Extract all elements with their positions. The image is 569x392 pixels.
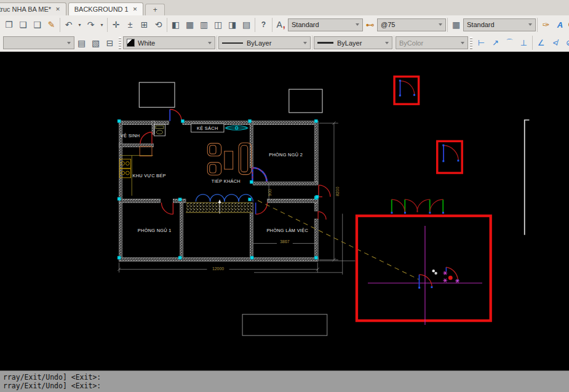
annotation-scale-icon[interactable]: A [553,17,567,32]
linetype-value: ByLayer [247,39,301,47]
layer-select[interactable] [3,36,74,49]
separator [60,18,60,32]
zoom-previous-icon[interactable]: ⟲ [151,17,165,32]
separator [537,18,538,32]
match-properties-icon[interactable]: ✑ [539,17,553,32]
tool-palettes-icon[interactable]: ▥ [197,17,211,32]
dim-linear-icon[interactable]: ⊢ [474,36,488,50]
living-room-furniture [207,143,251,175]
chevron-down-icon [528,23,532,26]
toolbar-grip[interactable] [470,37,472,49]
chevron-down-icon [303,42,307,44]
text-style-accent: , [283,20,285,30]
color-select[interactable]: White [123,36,215,49]
command-prompt-line[interactable]: rray/Exit/Undo] <Exit>: [3,382,566,390]
tab-label: n truc NHA BA ME* [0,6,51,13]
toolbar-grip[interactable] [119,37,121,49]
kitchen-fixtures [119,146,153,196]
linetype-select[interactable]: ByLayer [218,36,311,49]
tab-background-1[interactable]: BACKGROUND 1 ✕ [68,2,144,15]
properties-toolbar: ▤ ▧ ⊟ White ByLayer ByLayer ByColor ⊢ ↗ … [0,34,569,52]
crosshair [368,226,482,325]
chevron-down-icon [461,42,464,44]
copy-base-icon[interactable]: ❑ [30,17,44,32]
chevron-down-icon [439,23,442,26]
text-style-glyph: A [276,20,282,30]
edit-icon[interactable]: ✎ [44,17,58,32]
command-line[interactable]: rray/Exit/Undo] <Exit>: rray/Exit/Undo] … [0,370,569,392]
properties-icon[interactable]: ◧ [169,17,183,32]
dim-arc-length-icon[interactable]: ⌒ [503,36,517,50]
new-tab-button[interactable]: + [145,4,165,15]
file-tab-bar: n truc NHA BA ME* ✕ BACKGROUND 1 ✕ + [0,0,569,16]
bottom-partial-rectangle [242,314,327,335]
table-style-value: Standard [467,21,526,28]
redo-icon[interactable]: ↷ [84,17,98,32]
dim-style-tool-icon[interactable]: ⊷ [363,17,377,32]
standard-toolbar: ❐ ❏ ❑ ✎ ↶ ▾ ↷ ▾ ✛ ± ⊞ ⟲ ◧ ▦ ▥ ◫ ◨ ▤ ? A,… [0,15,569,34]
door-block-2[interactable] [442,145,459,162]
chevron-down-icon [208,42,212,44]
layer-previous-icon[interactable]: ⊟ [103,36,117,50]
selected-door[interactable] [252,167,266,182]
selection-grips[interactable] [117,119,319,259]
color-value: White [138,39,205,47]
close-icon[interactable]: ✕ [133,6,138,12]
text-style-select[interactable]: @75 [377,18,446,31]
table-icon[interactable]: ▦ [449,17,463,32]
room-label-khu-vuc-bep: KHU VỰC BẾP [133,172,166,178]
undo-dropdown-icon[interactable]: ▾ [76,17,84,32]
room-label-phong-lam-viec: PHÒNG LÀM VIỆC [266,228,308,233]
plot-style-select[interactable]: ByColor [396,36,468,49]
separator [447,18,448,32]
threshold-hatch-band [186,199,252,214]
annotation-glyph: A [557,20,563,30]
zoom-window-icon[interactable]: ⊞ [137,17,151,32]
calculator-icon[interactable]: ▤ [239,17,253,32]
room-label-ve-sinh: VỆ SINH [121,133,140,138]
undo-icon[interactable]: ↶ [62,17,76,32]
tab-nha-ba-me[interactable]: n truc NHA BA ME* ✕ [0,2,66,15]
text-style-icon[interactable]: A, [274,17,288,32]
dim-jogged-icon[interactable]: ≮ [548,36,562,50]
markup-icon[interactable]: ◨ [225,17,239,32]
zoom-realtime-icon[interactable]: ± [123,17,137,32]
chevron-down-icon [67,42,71,44]
outline-rectangles [139,82,322,113]
drawing-canvas[interactable]: KỆ SÁCH [0,52,569,370]
dim-style-select[interactable]: Standard [288,18,363,31]
dim-ordinate-icon[interactable]: ⊥ [517,36,531,50]
right-frame-edge [525,120,530,235]
floor-plan-svg[interactable]: KỆ SÁCH [0,52,569,370]
dim-aligned-icon[interactable]: ↗ [488,36,503,50]
close-icon[interactable]: ✕ [55,6,60,12]
copy-icon[interactable]: ❐ [2,17,16,32]
table-style-select[interactable]: Standard [463,18,536,31]
command-history-line: rray/Exit/Undo] <Exit>: [3,373,566,382]
lineweight-sample-icon [317,42,333,44]
point-markers [432,270,459,283]
chevron-down-icon [356,23,359,26]
pan-icon[interactable]: ✛ [109,17,123,32]
dim-diameter-icon[interactable]: ⊘ [562,36,569,50]
redo-dropdown-icon[interactable]: ▾ [98,17,106,32]
separator [107,18,108,32]
layer-make-current-icon[interactable]: ▧ [89,36,103,50]
dim-overall-height: 8200 [335,186,340,196]
separator [255,18,255,32]
help-icon[interactable]: ? [257,17,271,32]
dim-door-width: 900 [268,189,272,196]
lineweight-select[interactable]: ByLayer [314,36,392,49]
room-label-tiep-khach: TIẾP KHÁCH [212,178,241,184]
sheet-set-icon[interactable]: ◫ [211,17,225,32]
layer-properties-icon[interactable]: ▤ [74,36,89,50]
door-block-1[interactable] [399,80,415,97]
linetype-sample-icon [222,42,243,44]
ceiling-fan-icon [225,126,249,130]
chevron-down-icon [385,42,389,44]
design-center-icon[interactable]: ▦ [183,17,197,32]
dim-angular-icon[interactable]: ∠ [534,36,548,50]
paste-icon[interactable]: ❏ [16,17,30,32]
lineweight-value: ByLayer [337,39,383,47]
separator [272,18,273,32]
